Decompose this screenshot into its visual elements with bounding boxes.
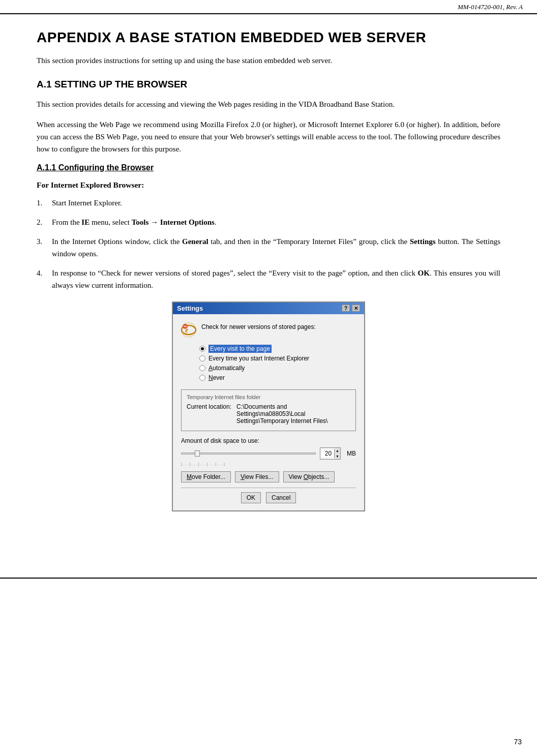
temp-files-row: Current location: C:\Documents andSettin… <box>187 403 350 425</box>
step-1: 1. Start Internet Explorer. <box>37 197 500 209</box>
step-2-text: From the IE menu, select Tools → Interne… <box>52 216 500 228</box>
dialog-body: e Check for newer versions of stored pag… <box>173 314 364 510</box>
settings-dialog-wrapper: Settings ? ✕ e <box>37 301 500 511</box>
spinner-arrows: ▲ ▼ <box>335 448 340 459</box>
ie-logo-svg: e <box>181 322 196 338</box>
step-4-text: In response to “Check for newer versions… <box>52 267 500 291</box>
slider-track[interactable] <box>181 452 316 455</box>
appendix-title: APPENDIX A BASE STATION EMBEDDED WEB SER… <box>37 29 500 46</box>
spinner-box: 20 ▲ ▼ <box>320 447 341 460</box>
radio-never[interactable] <box>199 375 205 381</box>
radio-group: Every visit to the page Every time you s… <box>199 345 356 381</box>
radio-label-4: Never <box>208 374 225 381</box>
spinner-up[interactable]: ▲ <box>335 448 340 453</box>
step-4: 4. In response to “Check for newer versi… <box>37 267 500 291</box>
radio-label-2: Every time you start Internet Explorer <box>208 355 309 362</box>
disk-space-section: Amount of disk space to use: 20 ▲ ▼ <box>181 437 356 466</box>
spinner-value: 20 <box>320 449 335 458</box>
step-1-num: 1. <box>37 197 52 209</box>
current-location-label: Current location: <box>187 403 232 425</box>
step-1-text: Start Internet Explorer. <box>52 197 500 209</box>
section-a1-para1: This section provides details for access… <box>37 98 500 110</box>
radio-row-2: Every time you start Internet Explorer <box>199 355 356 362</box>
section-a1-para2: When accessing the Web Page we recommend… <box>37 118 500 155</box>
dialog-help-btn[interactable]: ? <box>342 305 350 312</box>
page-number: 73 <box>514 738 522 746</box>
step-3-text: In the Internet Options window, click th… <box>52 235 500 260</box>
radio-automatically[interactable] <box>199 365 205 371</box>
dialog-close-btn[interactable]: ✕ <box>352 305 360 312</box>
step-2-num: 2. <box>37 216 52 228</box>
radio-label-3: Automatically <box>208 365 245 372</box>
tick-row: | . . . | . . . | . . . | . . <box>181 462 356 466</box>
temp-files-box: Temporary Internet files folder Current … <box>181 389 356 431</box>
check-label-text: Check for newer versions of stored pages… <box>201 321 316 330</box>
section-a1-1-heading: A.1.1 Configuring the Browser <box>37 163 500 172</box>
bottom-buttons-row: Move Folder... View Files... View Object… <box>181 471 356 482</box>
radio-row-4: Never <box>199 374 356 381</box>
cancel-btn[interactable]: Cancel <box>266 492 296 503</box>
move-folder-btn[interactable]: Move Folder... <box>181 471 231 482</box>
step-4-num: 4. <box>37 267 52 291</box>
appendix-intro: This section provides instructions for s… <box>37 55 500 67</box>
ie-icon: e <box>181 322 196 340</box>
disk-label: Amount of disk space to use: <box>181 437 356 444</box>
radio-every-start[interactable] <box>199 355 205 361</box>
spinner-down[interactable]: ▼ <box>335 453 340 459</box>
steps-list: 1. Start Internet Explorer. 2. From the … <box>37 197 500 291</box>
disk-unit: MB <box>347 450 356 457</box>
radio-label-1: Every visit to the page <box>208 345 272 352</box>
radio-every-visit[interactable] <box>199 346 205 352</box>
step-3-num: 3. <box>37 235 52 260</box>
ok-cancel-row: OK Cancel <box>181 492 356 503</box>
doc-ref: MM-014720-001, Rev. A <box>458 3 523 11</box>
ok-btn[interactable]: OK <box>241 492 261 503</box>
dialog-titlebar: Settings ? ✕ <box>173 303 364 314</box>
radio-row-1: Every visit to the page <box>199 345 356 352</box>
dialog-titlebar-buttons: ? ✕ <box>342 305 360 312</box>
section-a1-heading: A.1 SETTING UP THE BROWSER <box>37 79 500 90</box>
current-location-value: C:\Documents andSettings\ma088053\LocalS… <box>236 403 327 425</box>
step-3: 3. In the Internet Options window, click… <box>37 235 500 260</box>
radio-row-3: Automatically <box>199 365 356 372</box>
dialog-title: Settings <box>177 305 203 312</box>
step-2: 2. From the IE menu, select Tools → Inte… <box>37 216 500 228</box>
view-objects-btn[interactable]: View Objects... <box>283 471 335 482</box>
temp-files-title: Temporary Internet files folder <box>187 394 350 400</box>
view-files-btn[interactable]: View Files... <box>235 471 279 482</box>
slider-thumb[interactable] <box>195 450 200 457</box>
settings-dialog: Settings ? ✕ e <box>172 301 365 511</box>
for-ie-subheading: For Internet Explored Browser: <box>37 180 500 190</box>
check-section: e Check for newer versions of stored pag… <box>181 321 356 340</box>
slider-row: 20 ▲ ▼ MB <box>181 447 356 460</box>
